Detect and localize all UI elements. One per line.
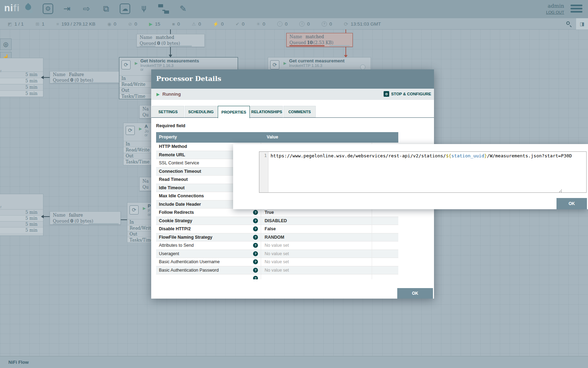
status-value: 0 (329, 21, 332, 27)
panel-toggle-button[interactable]: ◨ (576, 18, 588, 29)
property-row[interactable]: Cookie Strategy?DISABLED (156, 217, 398, 225)
tab-properties[interactable]: PROPERTIES (218, 106, 250, 118)
property-row[interactable]: Basic Authentication Username?No value s… (156, 258, 398, 266)
breadcrumb[interactable]: NiFi Flow (8, 360, 29, 365)
stat-label: Out (121, 88, 129, 93)
app-header: nifi ⚙⇥⇨⧉☁⋔✎ admin LOG OUT (0, 0, 588, 18)
property-row[interactable]: Attributes to Send?No value set (156, 241, 398, 250)
property-row[interactable]: Useragent?No value set (156, 250, 398, 258)
resize-handle-icon[interactable] (558, 189, 562, 193)
stat-label: Read/Write (130, 226, 153, 231)
property-row[interactable]: Disable HTTP/2?False (156, 225, 398, 233)
connection-line[interactable] (121, 219, 127, 220)
remote-process-group-icon[interactable]: ☁ (120, 4, 130, 14)
property-row[interactable]: FlowFile Naming Strategy?RANDOM (156, 233, 398, 242)
tab-relationships[interactable]: RELATIONSHIPS (251, 106, 283, 117)
template-icon[interactable] (158, 3, 169, 15)
stat-label: In (130, 220, 134, 225)
property-name: Basic Authentication Username? (156, 258, 261, 266)
process-group-icon[interactable]: ⧉ (100, 3, 112, 15)
status-stopped: ■0 (172, 21, 180, 27)
status-value: 0 (198, 21, 201, 27)
stat-value: 5 min (26, 85, 37, 90)
logout-link[interactable]: LOG OUT (546, 10, 564, 14)
connection-line[interactable] (44, 77, 50, 78)
help-icon[interactable]: ? (253, 235, 258, 240)
last-refreshed-time: 13:51:03 GMT (351, 21, 381, 27)
tab-settings[interactable]: SETTINGS (152, 106, 184, 117)
editor-line-number: 1 (259, 152, 268, 192)
processor-title: P (148, 203, 151, 209)
stat-label: Out (130, 232, 137, 237)
help-icon[interactable]: ? (253, 259, 258, 264)
property-value: No value set (261, 258, 372, 266)
tab-scheduling[interactable]: SCHEDULING (185, 106, 217, 117)
refresh-icon[interactable]: ⟳ (344, 21, 348, 27)
connection-line[interactable] (170, 47, 171, 55)
tab-comments[interactable]: COMMENTS (284, 106, 316, 117)
help-icon[interactable]: ? (253, 226, 258, 231)
processor-icon[interactable]: ⚙ (43, 4, 53, 14)
search-icon[interactable] (566, 21, 570, 25)
connection-line[interactable] (345, 47, 346, 55)
grid-icon: ⊞ (36, 22, 40, 26)
output-port-icon[interactable]: ⇨ (80, 3, 92, 15)
status-invalid: ⚡0 (213, 21, 224, 27)
label-name-value: matched (156, 35, 174, 40)
connection-line[interactable] (345, 29, 346, 33)
status-value: 0 (177, 21, 180, 27)
help-icon[interactable]: ? (253, 251, 258, 256)
editor-ok-button[interactable]: OK (556, 198, 587, 209)
connection-label-failure-top[interactable]: Name Failure Queued 0 (0 bytes) (50, 71, 121, 83)
connection-line[interactable] (170, 29, 171, 34)
connection-label-failure-bottom[interactable]: Name failure Queued 0 (0 bytes) (50, 211, 121, 225)
stop-and-configure-button[interactable]: ⚙ STOP & CONFIGURE (384, 91, 431, 97)
processor-title: Get historic measurements (140, 58, 199, 63)
compass-icon: ◎ (3, 41, 8, 48)
processor-type-icon: ⟳ (121, 60, 131, 69)
processor-left-top[interactable]: r 5 min5 min5 min5 min (0, 58, 43, 97)
processor-left-bottom[interactable]: r 5 min5 min5 min5 min (0, 194, 43, 236)
property-row[interactable]: Basic Authentication Password?No value s… (156, 266, 398, 275)
component-toolbar: ⚙⇥⇨⧉☁⋔✎ (43, 3, 189, 15)
help-icon[interactable]: ? (253, 243, 258, 248)
input-port-icon[interactable]: ⇥ (61, 3, 73, 15)
sync-icon: ✳ (256, 22, 260, 26)
processor-type: InvokeHTTP 1.16.3 (140, 63, 174, 68)
help-icon[interactable]: ? (253, 210, 258, 215)
refresh-status: ⟳13:51:03 GMT (344, 21, 381, 27)
help-icon[interactable]: ? (253, 268, 258, 273)
connection-line[interactable] (44, 216, 50, 217)
label-queued-size: (0 bytes) (75, 78, 93, 83)
funnel-icon[interactable]: ⋔ (138, 3, 150, 15)
navigate-palette[interactable]: ◎ (0, 39, 12, 50)
dialog-ok-button[interactable]: OK (397, 288, 433, 299)
required-field-note: Required field (156, 123, 185, 128)
status-bulletin: !0 (299, 21, 310, 27)
queue-bar (289, 45, 324, 46)
status-value: 0 (262, 21, 265, 27)
stop-configure-label: STOP & CONFIGURE (391, 92, 431, 96)
editor-code-line[interactable]: https://www.pegelonline.wsv.de/webservic… (268, 152, 586, 192)
property-row[interactable]: ? (156, 274, 398, 279)
column-property: Property (159, 135, 177, 139)
row-actions (372, 217, 398, 225)
help-icon[interactable]: ? (253, 218, 258, 223)
stat-value: 5 min (26, 216, 37, 221)
property-name: FlowFile Naming Strategy? (156, 233, 261, 241)
property-row[interactable]: Follow Redirects?True (156, 209, 398, 217)
value-editor[interactable]: 1 https://www.pegelonline.wsv.de/webserv… (259, 151, 587, 193)
processor-type-icon: ⟳ (126, 126, 135, 135)
connection-label-matched-red[interactable]: Name matched Queued 10 (2.53 KB) (286, 33, 353, 47)
label-queued-count: 0 (70, 78, 73, 83)
connection-label-matched-top[interactable]: Name matched Queued 0 (0 bytes) (136, 34, 205, 47)
nifi-logo: nifi (4, 3, 20, 14)
footer-bar: NiFi Flow (0, 356, 588, 368)
row-actions (372, 209, 398, 217)
label-icon[interactable]: ✎ (177, 3, 189, 15)
status-queued: ≡193 / 279.12 KB (56, 21, 95, 27)
arrowhead-icon (41, 76, 44, 79)
status-sync: ✳0 (256, 21, 265, 27)
help-icon[interactable]: ? (253, 276, 258, 279)
global-menu-icon[interactable] (570, 5, 582, 14)
